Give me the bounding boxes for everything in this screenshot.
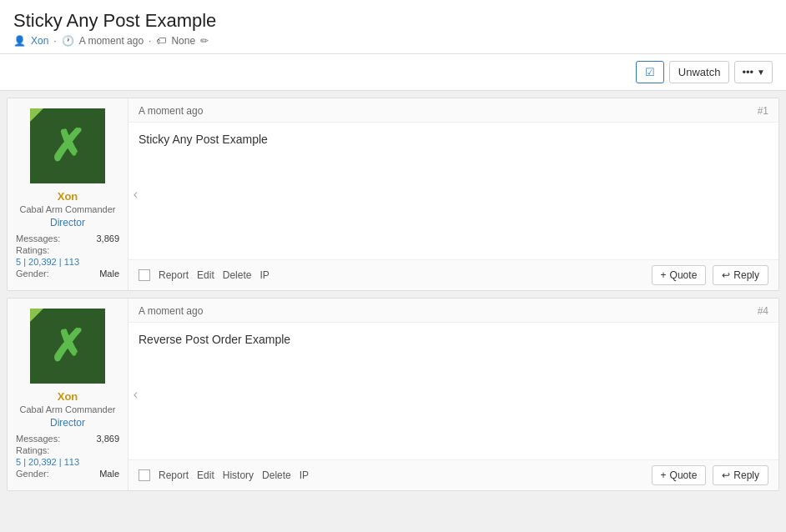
post-4-history[interactable]: History (223, 469, 254, 481)
post-1-edit[interactable]: Edit (197, 269, 214, 281)
meta-sep1: · (53, 35, 56, 47)
messages-value-1: 3,869 (96, 233, 119, 243)
page-title: Sticky Any Post Example (13, 10, 773, 32)
post-4-quote-label: Quote (670, 469, 698, 481)
post-4-delete[interactable]: Delete (262, 469, 291, 481)
sidebar-toggle-1[interactable]: ‹ (134, 187, 138, 202)
user-role-1[interactable]: Director (50, 217, 85, 228)
post-4-sidebar: ✗ Xon Cabal Arm Commander Director Messa… (8, 299, 128, 490)
gender-value-4: Male (99, 469, 119, 479)
post-4-time: A moment ago (139, 305, 203, 317)
unwatch-button[interactable]: Unwatch (669, 61, 730, 83)
user-stats-4: Messages: 3,869 Ratings: 5 | 20,392 | 11… (14, 434, 121, 480)
gender-value-1: Male (99, 269, 119, 279)
ratings-value-4: 5 | 20,392 | 113 (16, 457, 79, 467)
post-1-reply-button[interactable]: ↩ Reply (713, 265, 768, 285)
messages-label-4: Messages: (16, 434, 60, 444)
avatar-wrap-1: ✗ (30, 108, 105, 183)
post-4-content: Reverse Post Order Example (128, 323, 778, 459)
post-4-text: Reverse Post Order Example (139, 333, 768, 346)
post-4-main: A moment ago #4 Reverse Post Order Examp… (128, 299, 778, 490)
ratings-value-1: 5 | 20,392 | 113 (16, 257, 79, 267)
post-4-number: #4 (758, 305, 768, 317)
edit-icon[interactable]: ✏ (200, 35, 209, 47)
messages-label-1: Messages: (16, 233, 60, 243)
reply-icon-1: ↩ (722, 269, 730, 281)
post-1-ip[interactable]: IP (259, 269, 269, 281)
page-header: Sticky Any Post Example 👤 Xon · 🕐 A mome… (0, 0, 786, 54)
post-4-report[interactable]: Report (159, 469, 189, 481)
avatar-wrap-4: ✗ (30, 309, 105, 384)
toolbar: ☑ Unwatch ••• ▼ (0, 54, 786, 91)
tag-icon: 🏷 (156, 35, 166, 47)
post-1-report[interactable]: Report (159, 269, 189, 281)
post-4: ✗ Xon Cabal Arm Commander Director Messa… (7, 298, 779, 491)
avatar-corner-4 (30, 309, 43, 322)
post-1-reply-label: Reply (733, 269, 759, 281)
meta-tags: None (171, 35, 195, 47)
reply-icon-4: ↩ (722, 469, 730, 481)
post-4-reply-label: Reply (733, 469, 759, 481)
check-icon: ☑ (645, 66, 655, 78)
post-1-sidebar: ✗ Xon Cabal Arm Commander Director Messa… (8, 98, 128, 290)
user-title-1: Cabal Arm Commander (20, 204, 116, 214)
quote-icon-4: + (661, 469, 667, 481)
unwatch-label: Unwatch (678, 66, 721, 78)
ratings-label-1: Ratings: (16, 245, 49, 255)
user-stats-1: Messages: 3,869 Ratings: 5 | 20,392 | 11… (14, 233, 121, 280)
post-4-checkbox[interactable] (139, 469, 150, 481)
more-options-button[interactable]: ••• ▼ (734, 61, 773, 83)
post-1-text: Sticky Any Post Example (139, 133, 768, 146)
post-1-time: A moment ago (139, 105, 203, 117)
post-1-header: A moment ago #1 (128, 98, 778, 123)
post-1-quote-label: Quote (670, 269, 698, 281)
user-role-4[interactable]: Director (50, 417, 85, 429)
sidebar-toggle-4[interactable]: ‹ (134, 387, 138, 402)
post-4-reply-button[interactable]: ↩ Reply (713, 465, 768, 485)
post-1-quote-button[interactable]: + Quote (652, 265, 707, 285)
watch-check-button[interactable]: ☑ (636, 61, 664, 83)
more-icon: ••• (742, 66, 753, 78)
messages-value-4: 3,869 (96, 434, 119, 444)
posts-container: ✗ Xon Cabal Arm Commander Director Messa… (0, 98, 786, 491)
post-4-actions-left: Report Edit History Delete IP (139, 469, 309, 481)
post-1-footer: Report Edit Delete IP + Quote ↩ Reply (128, 259, 778, 290)
post-1-checkbox[interactable] (139, 269, 150, 281)
meta-sep2: · (149, 35, 151, 47)
quote-icon-1: + (661, 269, 667, 281)
avatar-corner-1 (30, 108, 43, 122)
dropdown-arrow: ▼ (757, 68, 765, 77)
post-1: ✗ Xon Cabal Arm Commander Director Messa… (7, 98, 779, 291)
post-4-footer: Report Edit History Delete IP + Quote ↩ … (128, 459, 778, 490)
clock-icon: 🕐 (62, 35, 74, 47)
username-4[interactable]: Xon (58, 390, 78, 403)
post-4-ip[interactable]: IP (300, 469, 309, 481)
user-title-4: Cabal Arm Commander (20, 404, 116, 414)
post-1-actions-right: + Quote ↩ Reply (652, 265, 768, 285)
post-4-header: A moment ago #4 (128, 299, 778, 323)
post-1-main: A moment ago #1 Sticky Any Post Example … (128, 98, 778, 290)
meta-author[interactable]: Xon (31, 35, 48, 47)
post-1-content: Sticky Any Post Example (128, 123, 778, 259)
post-4-edit[interactable]: Edit (197, 469, 214, 481)
ratings-label-4: Ratings: (16, 445, 49, 455)
post-4-quote-button[interactable]: + Quote (652, 465, 707, 485)
page-meta: 👤 Xon · 🕐 A moment ago · 🏷 None ✏ (13, 35, 773, 47)
post-4-actions-right: + Quote ↩ Reply (652, 465, 768, 485)
username-1[interactable]: Xon (58, 190, 78, 203)
post-1-number: #1 (758, 105, 768, 117)
post-1-delete[interactable]: Delete (223, 269, 252, 281)
meta-time: A moment ago (79, 35, 144, 47)
gender-label-1: Gender: (16, 269, 49, 279)
gender-label-4: Gender: (16, 469, 49, 479)
author-icon: 👤 (13, 35, 26, 47)
post-1-actions-left: Report Edit Delete IP (139, 269, 270, 281)
